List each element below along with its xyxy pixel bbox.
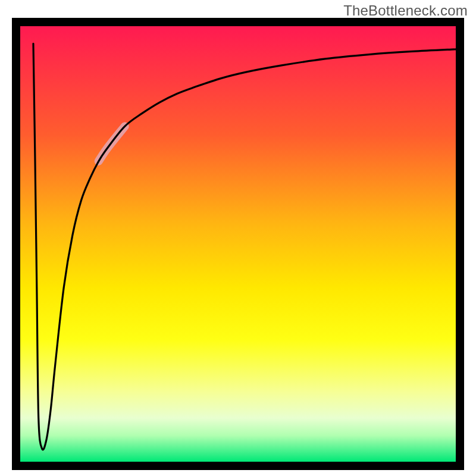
- watermark-text: TheBottleneck.com: [343, 2, 468, 19]
- chart-container: TheBottleneck.com: [0, 0, 476, 476]
- chart-frame: [12, 18, 464, 470]
- chart-svg: [12, 18, 464, 470]
- plot-background: [20, 26, 456, 462]
